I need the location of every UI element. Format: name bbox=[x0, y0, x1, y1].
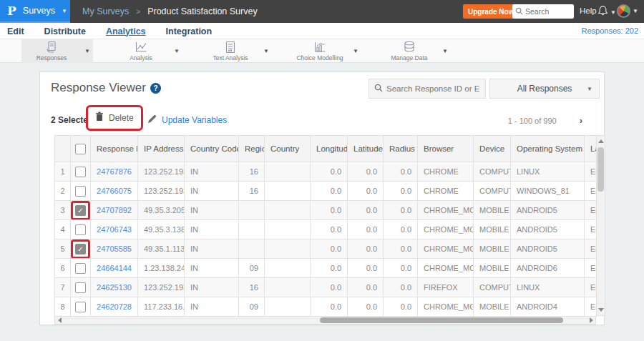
cell-region: 09 bbox=[239, 297, 265, 317]
cell-os: LINUX bbox=[511, 278, 585, 297]
row-checkbox[interactable]: ✓ bbox=[75, 244, 86, 254]
cell-ip: 1.23.138.24 bbox=[138, 259, 185, 278]
row-checkbox[interactable] bbox=[75, 167, 86, 177]
chevron-down-icon[interactable]: ▼ bbox=[171, 48, 182, 54]
cell-device: COMPUTER bbox=[474, 182, 511, 201]
text-analysis-icon bbox=[225, 41, 236, 54]
row-checkbox[interactable] bbox=[75, 186, 86, 197]
toolbar-item-manage-data[interactable]: Manage Data▼ bbox=[379, 39, 451, 63]
tab-distribute[interactable]: Distribute bbox=[44, 26, 86, 36]
scroll-right-icon[interactable] bbox=[587, 317, 595, 324]
cell-country_code: IN bbox=[185, 259, 239, 278]
surveys-menu[interactable]: P Surveys ▼ bbox=[0, 0, 70, 23]
toolbar-item-text-analysis[interactable]: Text Analysis▼ bbox=[200, 39, 272, 63]
breadcrumb-my-surveys[interactable]: My Surveys bbox=[82, 6, 129, 16]
column-header-country-code[interactable]: Country Code bbox=[185, 136, 239, 162]
cell-browser: CHROME_MOBILE bbox=[418, 297, 474, 317]
cell-region: 16 bbox=[239, 182, 265, 201]
notifications-menu[interactable]: ▼ bbox=[597, 5, 616, 19]
column-header-browser[interactable]: Browser bbox=[418, 136, 474, 162]
responses-filter-dropdown[interactable]: All Responses ▼ bbox=[489, 79, 600, 99]
cell-response_id[interactable]: 24625130 bbox=[91, 278, 138, 297]
cell-device: COMPUTER bbox=[474, 278, 511, 297]
chevron-down-icon[interactable]: ▼ bbox=[350, 48, 361, 54]
column-header-radius[interactable]: Radius bbox=[384, 136, 418, 162]
top-bar: P Surveys ▼ My Surveys > Product Satisfa… bbox=[0, 0, 644, 23]
update-variables-button[interactable]: Update Variables bbox=[147, 114, 227, 127]
chevron-down-icon[interactable]: ▼ bbox=[82, 48, 93, 54]
row-checkbox[interactable] bbox=[75, 224, 86, 235]
row-number: 2 bbox=[55, 182, 71, 201]
row-number: 7 bbox=[55, 278, 71, 297]
pencil-icon bbox=[147, 114, 157, 127]
toolbar-item-analysis[interactable]: Analysis▼ bbox=[111, 39, 182, 63]
cell-country bbox=[265, 220, 311, 239]
upgrade-now-button[interactable]: Upgrade Now bbox=[463, 4, 519, 19]
cell-os: ANDROID5 bbox=[511, 239, 585, 259]
row-checkbox[interactable]: ✓ bbox=[75, 205, 86, 216]
response-search-input[interactable] bbox=[386, 84, 479, 93]
row-checkbox[interactable] bbox=[75, 282, 86, 293]
select-all-checkbox[interactable] bbox=[75, 144, 86, 154]
scroll-left-icon[interactable] bbox=[55, 317, 64, 324]
toolbar-item-choice-modelling[interactable]: Choice Modelling▼ bbox=[290, 39, 361, 63]
chevron-down-icon[interactable]: ▼ bbox=[439, 48, 451, 54]
cell-browser: CHROME bbox=[418, 162, 474, 182]
vertical-scrollbar-thumb[interactable] bbox=[597, 147, 604, 192]
chevron-down-icon[interactable]: ▼ bbox=[260, 48, 272, 54]
cell-response_id[interactable]: 24620728 bbox=[91, 297, 138, 317]
cell-region: 09 bbox=[239, 259, 265, 278]
bell-icon bbox=[597, 5, 608, 19]
row-checkbox[interactable] bbox=[75, 263, 86, 274]
toolbar-item-responses[interactable]: Responses▼ bbox=[21, 39, 93, 63]
delete-button[interactable]: Delete bbox=[86, 105, 143, 131]
row-checkbox[interactable] bbox=[75, 302, 86, 312]
scroll-down-icon[interactable] bbox=[597, 305, 605, 315]
cell-ip: 49.35.3.205 bbox=[138, 201, 185, 220]
column-header-latitude[interactable]: Latitude bbox=[348, 136, 384, 162]
cell-radius: 0.0 bbox=[384, 201, 418, 220]
manage-data-icon bbox=[403, 41, 416, 54]
response-viewer-panel: Response Viewer ? All Responses ▼ 2 Sele… bbox=[39, 71, 605, 325]
tab-edit[interactable]: Edit bbox=[7, 26, 24, 36]
cell-response_id[interactable]: 24766075 bbox=[91, 182, 138, 201]
cell-response_id[interactable]: 24767876 bbox=[91, 162, 138, 182]
column-header-ip-address[interactable]: IP Address bbox=[138, 136, 185, 162]
cell-os: WINDOWS_81 bbox=[511, 182, 585, 201]
response-search[interactable] bbox=[369, 79, 486, 99]
row-select-cell: ✓ bbox=[71, 239, 91, 259]
column-header-operating-system[interactable]: Operating System bbox=[511, 136, 585, 162]
toolbar-item-label: Choice Modelling bbox=[296, 54, 343, 61]
horizontal-scrollbar[interactable] bbox=[54, 316, 596, 325]
cell-browser: FIREFOX bbox=[418, 278, 474, 297]
column-header-device[interactable]: Device bbox=[474, 136, 511, 162]
pagination: 1 - 100 of 990 › bbox=[508, 115, 582, 126]
cell-response_id[interactable]: 24664144 bbox=[91, 259, 138, 278]
cell-radius: 0.0 bbox=[384, 259, 418, 278]
global-search[interactable] bbox=[512, 4, 574, 19]
column-header-lan[interactable]: Lan bbox=[585, 136, 597, 162]
responses-count[interactable]: Responses: 202 bbox=[582, 26, 639, 35]
account-menu[interactable]: ▼ bbox=[617, 4, 638, 18]
search-input[interactable] bbox=[525, 7, 570, 16]
help-icon[interactable]: ? bbox=[150, 83, 161, 94]
tab-integration[interactable]: Integration bbox=[166, 26, 213, 36]
cell-response_id[interactable]: 24707892 bbox=[91, 201, 138, 220]
cell-response_id[interactable]: 24705585 bbox=[91, 239, 138, 259]
column-header-longitude[interactable]: Longitude bbox=[311, 136, 348, 162]
cell-language: Eng bbox=[585, 220, 597, 239]
cell-latitude: 0.0 bbox=[348, 182, 384, 201]
cell-ip: 117.233.16.177 bbox=[138, 297, 185, 317]
column-header-country[interactable]: Country bbox=[265, 136, 311, 162]
help-link[interactable]: Help bbox=[580, 6, 597, 15]
horizontal-scrollbar-thumb[interactable] bbox=[320, 317, 563, 323]
vertical-scrollbar[interactable] bbox=[596, 135, 605, 316]
cell-ip: 49.35.3.138 bbox=[138, 220, 185, 239]
column-header-region[interactable]: Region bbox=[239, 136, 265, 162]
tab-analytics[interactable]: Analytics bbox=[106, 26, 146, 36]
pagination-next-button[interactable]: › bbox=[580, 115, 582, 126]
cell-response_id[interactable]: 24706743 bbox=[91, 220, 138, 239]
chevron-down-icon: ▼ bbox=[633, 8, 638, 14]
column-header-response-id[interactable]: Response ID ▲ bbox=[91, 136, 138, 162]
scroll-up-icon[interactable] bbox=[597, 137, 605, 146]
